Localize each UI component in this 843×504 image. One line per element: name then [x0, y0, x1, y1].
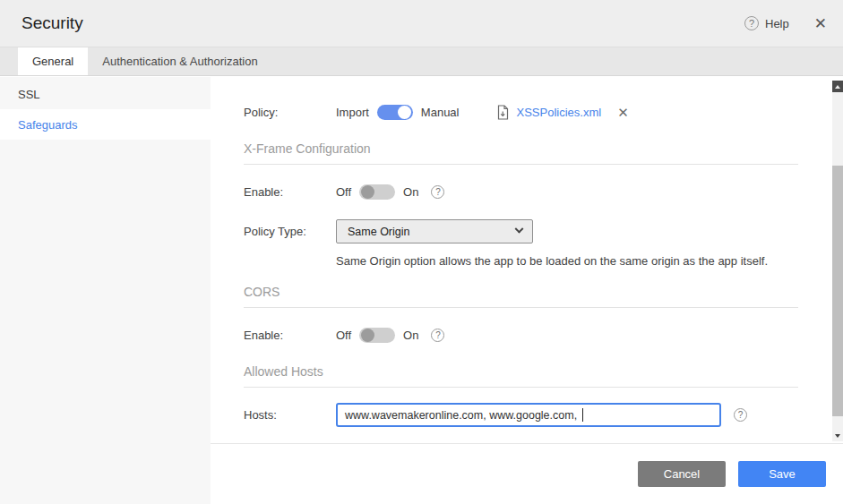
manual-option-label[interactable]: Manual — [421, 106, 460, 119]
scrollbar[interactable] — [832, 81, 843, 441]
save-button[interactable]: Save — [738, 461, 826, 487]
toggle-knob — [361, 329, 374, 342]
cors-help-icon[interactable]: ? — [431, 329, 444, 342]
content-panel: Policy: Import Manual XSSPolicies.xml ✕ — [211, 77, 843, 443]
section-heading-cors: CORS — [244, 285, 798, 299]
toggle-knob — [398, 106, 411, 119]
xss-policies-file-link[interactable]: XSSPolicies.xml — [516, 106, 601, 119]
xframe-help-icon[interactable]: ? — [431, 185, 444, 199]
xframe-enable-row: Enable: Off On ? — [244, 180, 798, 204]
hosts-help-icon[interactable]: ? — [734, 408, 747, 422]
on-label[interactable]: On — [403, 185, 418, 199]
help-button[interactable]: ? Help — [744, 16, 789, 30]
scroll-down-button[interactable] — [832, 430, 843, 441]
help-label: Help — [765, 17, 789, 30]
off-label[interactable]: Off — [336, 185, 351, 199]
arrow-down-icon — [835, 434, 840, 438]
page-title: Security — [22, 13, 83, 33]
imported-file-chip: XSSPolicies.xml — [496, 105, 601, 120]
import-option-label[interactable]: Import — [336, 106, 369, 119]
text-caret — [582, 408, 583, 422]
tab-authentication-authorization[interactable]: Authentication & Authorization — [88, 47, 271, 75]
cancel-button[interactable]: Cancel — [638, 461, 726, 487]
scroll-thumb[interactable] — [832, 166, 843, 416]
close-icon[interactable]: ✕ — [814, 16, 827, 31]
sidebar-item-safeguards[interactable]: Safeguards — [0, 109, 211, 140]
hosts-input-value: www.wavemakeronline.com, www.google.com, — [345, 409, 581, 422]
on-label[interactable]: On — [403, 329, 418, 342]
dialog-footer: Cancel Save — [211, 443, 843, 504]
policy-type-value: Same Origin — [348, 226, 409, 238]
sidebar: SSL Safeguards — [0, 77, 211, 504]
sidebar-item-ssl[interactable]: SSL — [0, 79, 211, 109]
toggle-knob — [361, 185, 374, 199]
import-file-icon — [496, 105, 510, 120]
arrow-up-icon — [835, 85, 840, 89]
divider — [244, 307, 798, 308]
policy-row: Policy: Import Manual XSSPolicies.xml ✕ — [244, 100, 798, 124]
dialog-header: Security ? Help ✕ — [0, 0, 843, 47]
policy-type-select[interactable]: Same Origin — [336, 219, 533, 243]
cors-enable-row: Enable: Off On ? — [244, 323, 798, 347]
help-icon: ? — [744, 16, 759, 30]
off-label[interactable]: Off — [336, 329, 351, 342]
cors-enable-toggle[interactable] — [359, 328, 395, 343]
xframe-enable-label: Enable: — [244, 185, 336, 199]
section-heading-allowed-hosts: Allowed Hosts — [244, 364, 798, 379]
cors-enable-label: Enable: — [244, 329, 336, 342]
hosts-input[interactable]: www.wavemakeronline.com, www.google.com, — [336, 403, 721, 427]
tab-bar: General Authentication & Authorization — [0, 47, 843, 76]
hosts-row: Hosts: www.wavemakeronline.com, www.goog… — [244, 403, 798, 427]
policy-type-row: Policy Type: Same Origin — [244, 219, 798, 243]
hosts-label: Hosts: — [244, 408, 336, 422]
policy-label: Policy: — [244, 106, 336, 119]
policy-type-label: Policy Type: — [244, 225, 336, 238]
divider — [244, 387, 798, 388]
tab-general[interactable]: General — [18, 47, 88, 75]
security-dialog: Security ? Help ✕ General Authentication… — [0, 0, 843, 504]
policy-mode-toggle[interactable] — [377, 105, 413, 120]
remove-file-icon[interactable]: ✕ — [617, 106, 629, 119]
xframe-enable-toggle[interactable] — [359, 184, 395, 200]
header-actions: ? Help ✕ — [744, 16, 827, 31]
chevron-down-icon — [515, 225, 524, 234]
scroll-up-button[interactable] — [832, 81, 843, 92]
policy-type-description: Same Origin option allows the app to be … — [336, 254, 798, 268]
divider — [244, 164, 798, 165]
section-heading-xframe: X-Frame Configuration — [244, 141, 798, 156]
safeguards-form: Policy: Import Manual XSSPolicies.xml ✕ — [244, 77, 798, 427]
